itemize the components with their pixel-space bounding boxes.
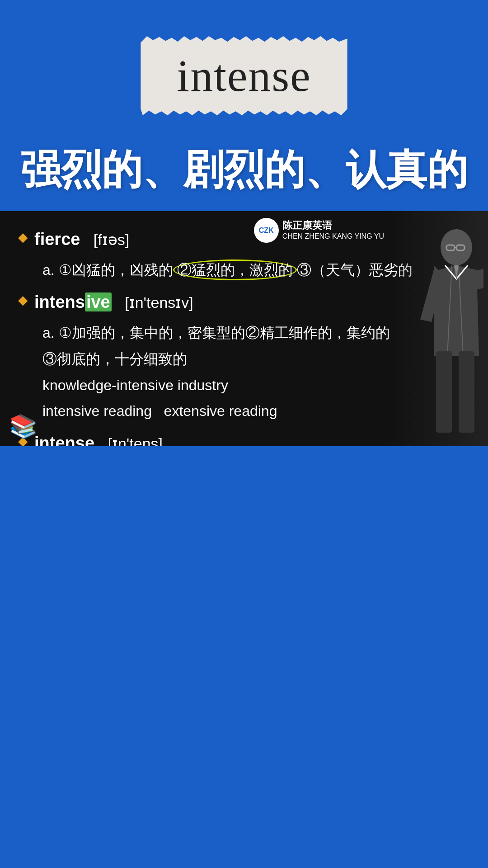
bullet-diamond-1: ◆ xyxy=(18,226,28,248)
chinese-meaning: 强烈的、剧烈的、认真的 xyxy=(2,142,486,198)
torn-paper-card: intense xyxy=(141,36,347,115)
top-section: intense 强烈的、剧烈的、认真的 xyxy=(0,0,488,211)
svg-rect-7 xyxy=(459,351,474,433)
person-area xyxy=(389,211,488,446)
circle-highlight-fierce: ②猛烈的，激烈的 xyxy=(173,259,297,280)
intensive-word: intens xyxy=(34,292,85,311)
intense-phonetic: [ɪn'tens] xyxy=(108,435,163,446)
logo-text: 陈正康英语 CHEN ZHENG KANG YING YU xyxy=(282,219,384,241)
bullet-diamond-2: ◆ xyxy=(18,289,28,311)
intensive-highlight: ive xyxy=(85,292,112,311)
fierce-phonetic: [fɪəs] xyxy=(94,231,129,248)
person-silhouette xyxy=(393,220,483,437)
svg-rect-6 xyxy=(436,351,452,433)
main-word: intense xyxy=(177,51,311,101)
logo-area: CZK 陈正康英语 CHEN ZHENG KANG YING YU xyxy=(254,218,384,243)
bottom-section xyxy=(0,446,488,835)
fierce-word: fierce xyxy=(34,230,80,249)
book-icon: 📚 xyxy=(9,413,37,439)
intense-word: intense xyxy=(34,434,94,446)
video-section: CZK 陈正康英语 CHEN ZHENG KANG YING YU ◆ fier… xyxy=(0,211,488,446)
logo-badge: CZK xyxy=(254,218,279,243)
intensive-phonetic: [ɪn'tensɪv] xyxy=(125,294,193,311)
